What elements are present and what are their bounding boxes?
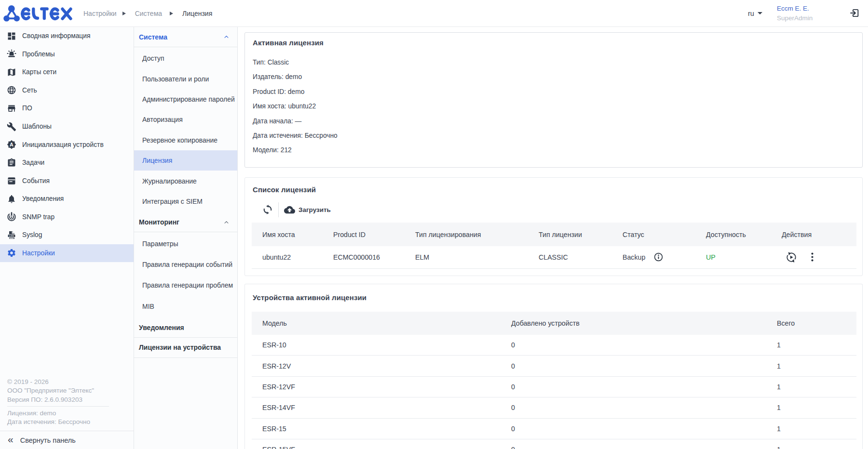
svg-text:LOG: LOG	[9, 235, 14, 237]
svg-text:A: A	[10, 142, 14, 147]
